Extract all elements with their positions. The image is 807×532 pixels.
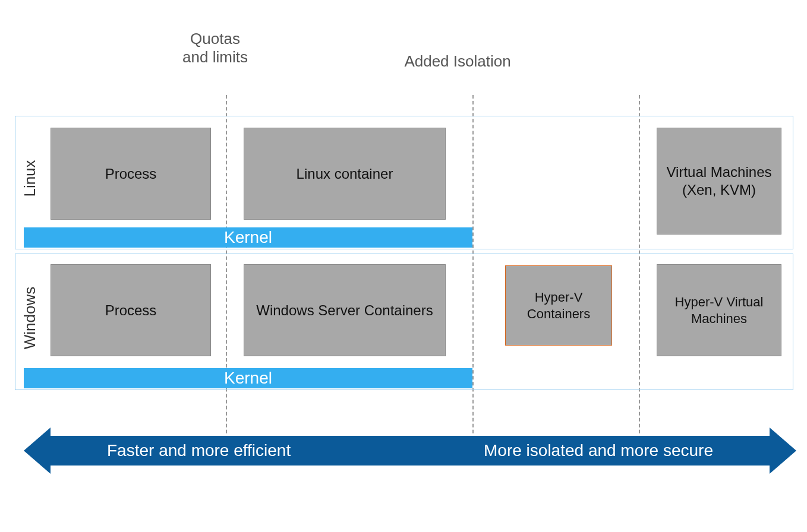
cell-windows-process: Process (51, 264, 211, 356)
cell-windows-hyperv-containers: Hyper-V Containers (505, 265, 612, 346)
arrow-left-head-icon (24, 428, 51, 474)
kernel-bar-linux: Kernel (24, 227, 472, 248)
cell-windows-server-containers: Windows Server Containers (244, 264, 446, 356)
spectrum-label-right: More isolated and more secure (484, 441, 713, 460)
spectrum-arrow: Faster and more efficient More isolated … (24, 428, 796, 474)
arrow-right-head-icon (770, 428, 796, 474)
row-label-linux: Linux (21, 155, 39, 202)
cell-linux-process: Process (51, 128, 211, 220)
isolation-diagram: Quotas and limits Added Isolation Linux … (12, 30, 796, 505)
row-label-windows: Windows (21, 286, 39, 351)
cell-linux-container: Linux container (244, 128, 446, 220)
spectrum-bar: Faster and more efficient More isolated … (48, 436, 773, 466)
cell-windows-hyperv-vm: Hyper-V Virtual Machines (657, 264, 781, 356)
cell-linux-vm: Virtual Machines (Xen, KVM) (657, 128, 781, 235)
kernel-bar-windows: Kernel (24, 368, 472, 388)
header-quotas-limits: Quotas and limits (179, 30, 251, 66)
spectrum-label-left: Faster and more efficient (107, 441, 291, 460)
header-added-isolation: Added Isolation (380, 52, 535, 71)
